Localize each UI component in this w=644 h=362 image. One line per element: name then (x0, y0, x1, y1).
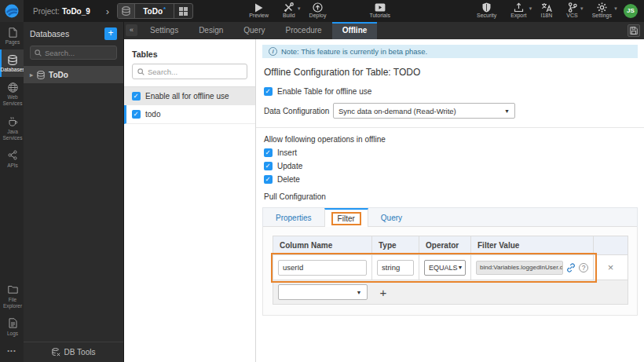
operation-delete-row: Delete (264, 175, 636, 184)
checkbox-checked-icon[interactable] (264, 162, 273, 170)
tutorials-button[interactable]: Tutorials (369, 2, 390, 19)
add-database-button[interactable]: + (104, 27, 117, 40)
db-tools-icon (52, 348, 60, 357)
database-icon (37, 71, 45, 79)
workspace-tabbar: « Settings Design Query Procedure Offlin… (124, 22, 644, 39)
security-button[interactable]: Security (477, 2, 496, 19)
data-configuration-select[interactable]: Sync data on-demand (Read-Write) ▼ (333, 103, 515, 119)
pull-tab-filter[interactable]: Filter (324, 208, 368, 227)
filter-tab-panel: Column Name Type Operator Filter Value (262, 227, 638, 316)
delete-row-button[interactable]: × (594, 255, 628, 280)
topbar: Project:ToDo_9 › ToDo* Preview ▼ Build (0, 0, 644, 22)
project-breadcrumb: Project:ToDo_9 (33, 7, 90, 16)
build-button[interactable]: ▼ Build (283, 2, 295, 19)
topbar-right-actions: Security ▼ Export I18N ▼ VCS ▼ Settings (470, 2, 644, 19)
operation-update-row: Update (264, 162, 636, 170)
rail-more-button[interactable]: ••• (0, 341, 24, 362)
database-icon (8, 54, 17, 65)
rail-item-databases[interactable]: Databases (0, 49, 24, 77)
rail-item-file-explorer[interactable]: File Explorer (0, 280, 24, 313)
checkbox-checked-icon[interactable] (132, 110, 141, 119)
caret-down-icon: ▼ (504, 108, 510, 114)
brand-logo[interactable] (0, 0, 24, 22)
tab-offline[interactable]: Offline (332, 22, 378, 39)
databases-search-input[interactable] (45, 49, 112, 57)
tab-design[interactable]: Design (188, 22, 233, 39)
rail-item-logs[interactable]: Logs (0, 313, 24, 341)
save-button[interactable] (628, 24, 640, 37)
rail-item-web-services[interactable]: Web Services (0, 77, 24, 111)
bind-link-icon[interactable] (566, 263, 576, 272)
databases-search[interactable] (30, 46, 117, 60)
checkbox-checked-icon[interactable] (264, 87, 273, 96)
new-column-select[interactable]: ▼ (278, 284, 368, 300)
translate-icon (541, 2, 552, 13)
app-window: Project:ToDo_9 › ToDo* Preview ▼ Build (0, 0, 644, 362)
type-input[interactable] (377, 260, 414, 276)
i18n-button[interactable]: I18N (541, 2, 553, 19)
tab-procedure[interactable]: Procedure (276, 22, 332, 39)
header-filter-value: Filter Value (471, 236, 594, 255)
operator-select[interactable]: EQUALS ▼ (424, 260, 466, 276)
deploy-button[interactable]: Deploy (309, 2, 327, 19)
db-tools-button[interactable]: DB Tools (24, 342, 123, 362)
filter-row-userid: EQUALS ▼ bind:Variables.loggedInUser. (273, 255, 628, 280)
column-name-input[interactable] (278, 260, 367, 276)
checkbox-checked-icon[interactable] (264, 148, 273, 157)
tab-settings[interactable]: Settings (140, 22, 188, 39)
export-button[interactable]: ▼ Export (510, 2, 526, 19)
artifact-switcher-grid-icon[interactable] (174, 4, 192, 18)
database-item-todo[interactable]: ▸ ToDo (24, 66, 123, 83)
pull-tab-properties[interactable]: Properties (263, 208, 324, 227)
deploy-cloud-icon (313, 2, 323, 13)
user-avatar[interactable]: JS (624, 4, 638, 18)
enable-table-offline-row: Enable Table for offline use (264, 87, 636, 96)
log-document-icon (9, 318, 17, 329)
checkbox-checked-icon[interactable] (132, 92, 141, 101)
tables-panel-title: Tables (132, 49, 247, 59)
tab-query[interactable]: Query (233, 22, 275, 39)
help-icon[interactable]: ? (579, 263, 588, 272)
header-type: Type (372, 236, 419, 255)
add-condition-button[interactable]: + (377, 286, 387, 299)
filter-criteria-table: Column Name Type Operator Filter Value (273, 236, 628, 305)
video-tutorials-icon (375, 2, 386, 13)
operation-insert-row: Insert (264, 148, 636, 157)
rail-item-java-services[interactable]: Java Services (0, 112, 24, 145)
page-title: Offline Configuration for Table: TODO (264, 67, 636, 78)
preview-button[interactable]: Preview (249, 2, 269, 19)
caret-down-icon: ▼ (529, 6, 533, 12)
tables-search[interactable] (132, 64, 247, 79)
vcs-button[interactable]: ▼ VCS (566, 2, 577, 19)
filter-table-header-row: Column Name Type Operator Filter Value (273, 236, 628, 255)
build-tools-icon (284, 2, 294, 13)
info-icon: i (269, 47, 277, 56)
add-filter-row: ▼ + (273, 280, 628, 305)
unsaved-dot: * (163, 5, 166, 13)
artifact-tab-todo[interactable]: ToDo* (117, 3, 193, 19)
pull-tab-query[interactable]: Query (368, 208, 415, 227)
rail-item-apis[interactable]: APIs (0, 145, 24, 173)
caret-down-icon: ▼ (297, 6, 302, 12)
caret-down-icon: ▼ (458, 265, 463, 270)
coffee-cup-icon (8, 116, 18, 127)
data-configuration-label: Data Configuration (264, 107, 333, 115)
annotation-rect-filter-tab: Filter (331, 212, 361, 225)
gear-icon (597, 2, 607, 13)
collapse-panel-button[interactable]: « (126, 24, 137, 36)
databases-panel-title: Databases (30, 29, 69, 38)
rail-item-pages[interactable]: Pages (0, 22, 24, 49)
left-rail: Pages Databases Web Services Java Servic… (0, 22, 24, 362)
enable-all-offline-row[interactable]: Enable all for offline use (124, 86, 255, 105)
play-icon (254, 2, 263, 13)
checkbox-checked-icon[interactable] (264, 175, 273, 184)
settings-button[interactable]: ▼ Settings (592, 2, 612, 19)
search-icon (35, 49, 42, 57)
tables-search-input[interactable] (148, 68, 242, 76)
folder-icon (8, 284, 18, 295)
expand-arrow-icon[interactable]: ▸ (30, 71, 33, 79)
databases-panel: Databases + ▸ ToDo DB Tools (24, 22, 124, 362)
table-row-todo[interactable]: todo (124, 105, 255, 124)
header-operator: Operator (419, 236, 471, 255)
floppy-save-icon (630, 27, 638, 35)
